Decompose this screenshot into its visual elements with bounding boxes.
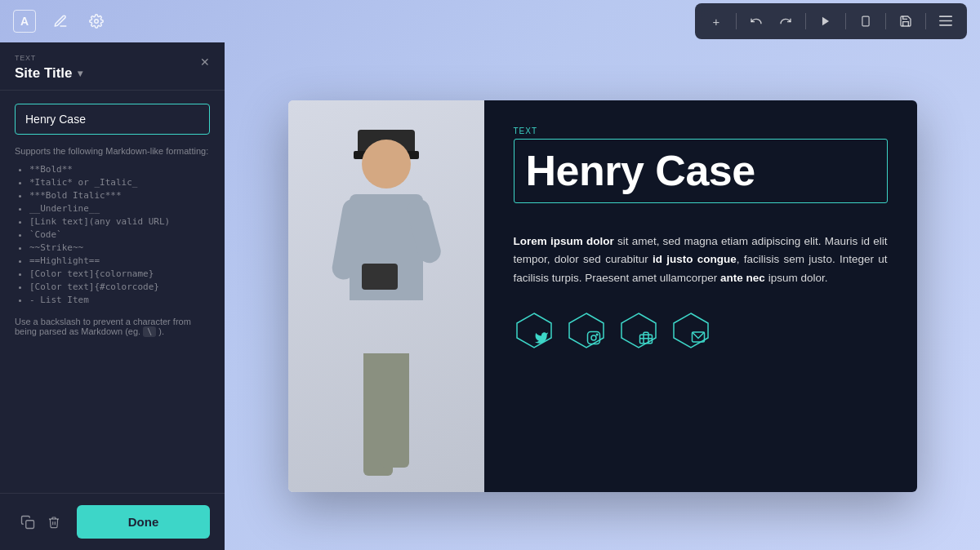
markdown-item: - List Item	[29, 295, 210, 305]
markdown-list: **Bold** *Italic* or _Italic_ ***Bold It…	[15, 164, 210, 305]
delete-icon[interactable]	[41, 509, 67, 535]
undo-button[interactable]	[743, 8, 769, 34]
mobile-button[interactable]	[853, 8, 879, 34]
markdown-item: [Link text](any valid URL)	[29, 216, 210, 227]
panel-content: Supports the following Markdown-like for…	[0, 91, 225, 493]
content-text-label: TEXT	[514, 126, 888, 135]
content-title-box[interactable]: Henry Case	[514, 139, 888, 203]
backslash-key: \	[143, 326, 156, 337]
svg-rect-4	[939, 16, 952, 17]
panel-title-arrow-icon[interactable]: ▾	[78, 68, 82, 79]
edit-icon[interactable]	[49, 10, 72, 33]
panel-footer: Done	[0, 493, 225, 550]
save-button[interactable]	[893, 8, 919, 34]
redo-button[interactable]	[773, 8, 799, 34]
photo-half	[288, 100, 484, 492]
markdown-item: **Bold**	[29, 164, 210, 175]
logo-button[interactable]: A	[13, 10, 36, 33]
toolbar-divider-3	[845, 13, 846, 29]
toolbar-divider-4	[885, 13, 886, 29]
svg-marker-1	[822, 17, 829, 26]
svg-rect-7	[26, 520, 34, 528]
settings-icon[interactable]	[85, 10, 108, 33]
toolbar-divider-2	[805, 13, 806, 29]
toolbar-divider-1	[736, 13, 737, 29]
preview-card: TEXT Henry Case Lorem ipsum dolor sit am…	[288, 100, 917, 492]
svg-rect-6	[939, 24, 952, 26]
add-button[interactable]: +	[703, 8, 729, 34]
social-icons	[514, 310, 888, 351]
markdown-item: [Color text]{colorname}	[29, 268, 210, 279]
done-button[interactable]: Done	[77, 505, 210, 539]
svg-point-0	[95, 20, 99, 24]
toolbar-divider-5	[925, 13, 926, 29]
left-panel: TEXT Site Title ▾ ✕ Supports the followi…	[0, 42, 225, 550]
content-half: TEXT Henry Case Lorem ipsum dolor sit am…	[484, 100, 917, 492]
site-title-input[interactable]	[15, 104, 210, 135]
duplicate-icon[interactable]	[15, 509, 41, 535]
markdown-item: *Italic* or _Italic_	[29, 177, 210, 188]
play-button[interactable]	[813, 8, 839, 34]
markdown-item: [Color text]{#colorcode}	[29, 282, 210, 292]
instagram-icon-button[interactable]	[566, 310, 607, 351]
panel-title: Site Title ▾	[15, 65, 210, 82]
content-body: Lorem ipsum dolor sit amet, sed magna et…	[514, 233, 888, 287]
backslash-hint-text: Use a backslash to prevent a character f…	[15, 317, 210, 337]
panel-title-text: Site Title	[15, 65, 73, 82]
panel-type-label: TEXT	[15, 54, 210, 62]
person-leg-right	[380, 353, 409, 468]
svg-point-12	[596, 334, 598, 335]
toolbar-left: A	[13, 10, 108, 33]
email-icon-button[interactable]	[670, 310, 711, 351]
person-camera	[362, 264, 398, 290]
markdown-item: `Code`	[29, 229, 210, 240]
menu-button[interactable]	[933, 8, 959, 34]
twitter-icon-button[interactable]	[514, 310, 555, 351]
markdown-item: ==Highlight==	[29, 255, 210, 266]
close-button[interactable]: ✕	[197, 54, 213, 70]
main-area: TEXT Site Title ▾ ✕ Supports the followi…	[0, 42, 980, 550]
svg-rect-10	[587, 331, 599, 344]
markdown-item: ~~Strike~~	[29, 242, 210, 253]
person-head	[362, 140, 411, 189]
top-toolbar: A +	[0, 0, 980, 42]
panel-header: TEXT Site Title ▾ ✕	[0, 42, 225, 91]
toolbar-right: +	[695, 3, 967, 39]
markdown-item: __Underline__	[29, 203, 210, 214]
canvas-area: TEXT Henry Case Lorem ipsum dolor sit am…	[225, 42, 980, 550]
content-title: Henry Case	[526, 148, 875, 194]
person-figure	[288, 100, 484, 492]
markdown-hint-text: Supports the following Markdown-like for…	[15, 146, 210, 156]
portfolio-icon-button[interactable]	[618, 310, 659, 351]
svg-point-11	[591, 335, 596, 340]
svg-rect-2	[862, 16, 869, 26]
markdown-item: ***Bold Italic***	[29, 190, 210, 201]
svg-rect-5	[939, 20, 952, 22]
